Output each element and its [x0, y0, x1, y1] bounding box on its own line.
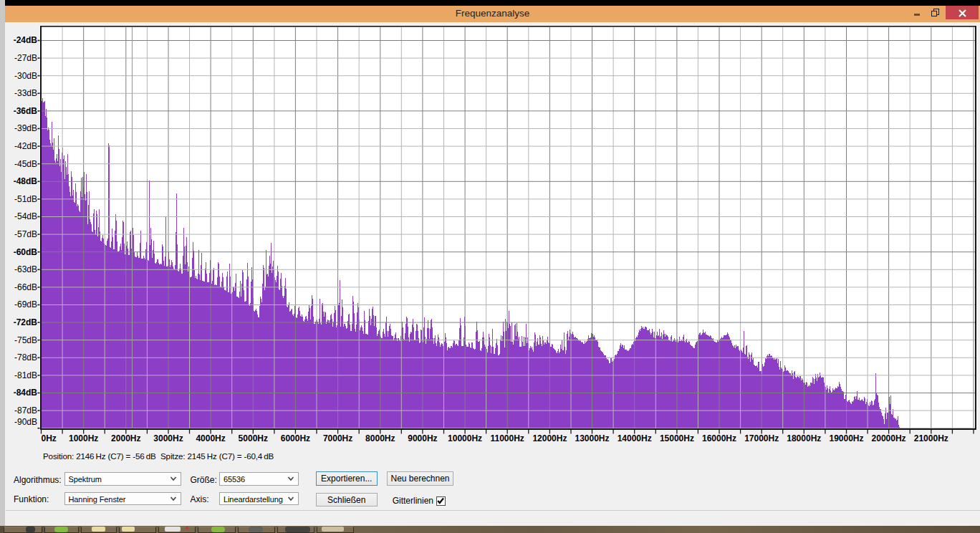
svg-text:0Hz: 0Hz — [42, 433, 57, 443]
svg-text:-48dB: -48dB — [14, 176, 38, 186]
svg-text:10000Hz: 10000Hz — [448, 433, 482, 443]
svg-text:-81dB: -81dB — [14, 370, 37, 380]
svg-text:14000Hz: 14000Hz — [618, 433, 652, 443]
svg-text:2000Hz: 2000Hz — [111, 433, 140, 443]
svg-text:3000Hz: 3000Hz — [153, 433, 183, 443]
svg-text:-57dB: -57dB — [14, 229, 37, 239]
svg-text:19000Hz: 19000Hz — [829, 433, 863, 443]
svg-text:15000Hz: 15000Hz — [660, 433, 694, 443]
svg-text:13000Hz: 13000Hz — [575, 433, 609, 443]
svg-text:-54dB: -54dB — [14, 211, 37, 221]
svg-text:-33dB: -33dB — [14, 88, 37, 98]
svg-text:-45dB: -45dB — [14, 159, 37, 169]
svg-text:-69dB: -69dB — [14, 299, 37, 309]
svg-text:11000Hz: 11000Hz — [491, 433, 524, 443]
svg-text:17000Hz: 17000Hz — [744, 433, 779, 443]
svg-text:-63dB: -63dB — [14, 264, 37, 274]
svg-text:-24dB: -24dB — [14, 35, 38, 45]
svg-text:-78dB: -78dB — [14, 352, 37, 362]
svg-text:16000Hz: 16000Hz — [702, 433, 736, 443]
svg-text:Spitze: 2145 Hz (C7) = -60,4 d: Spitze: 2145 Hz (C7) = -60,4 dB — [160, 451, 274, 461]
svg-text:21000Hz: 21000Hz — [914, 433, 948, 443]
svg-text:4000Hz: 4000Hz — [196, 433, 225, 443]
svg-text:20000Hz: 20000Hz — [872, 433, 906, 443]
svg-text:-66dB: -66dB — [14, 282, 37, 292]
svg-text:9000Hz: 9000Hz — [408, 433, 437, 443]
svg-text:-87dB: -87dB — [14, 405, 37, 416]
svg-text:18000Hz: 18000Hz — [787, 433, 821, 443]
svg-text:-75dB: -75dB — [14, 335, 37, 345]
svg-text:-60dB: -60dB — [14, 247, 38, 257]
svg-text:12000Hz: 12000Hz — [532, 433, 567, 443]
svg-text:6000Hz: 6000Hz — [281, 433, 310, 443]
svg-text:-36dB: -36dB — [14, 106, 38, 116]
svg-text:-90dB: -90dB — [14, 417, 37, 427]
svg-text:-72dB: -72dB — [14, 317, 38, 327]
svg-text:5000Hz: 5000Hz — [239, 433, 268, 443]
svg-text:-42dB: -42dB — [14, 141, 37, 151]
svg-text:-27dB: -27dB — [14, 53, 37, 63]
svg-text:-84dB: -84dB — [14, 388, 38, 398]
svg-text:-30dB: -30dB — [14, 71, 37, 81]
svg-text:-51dB: -51dB — [14, 194, 37, 204]
svg-text:-39dB: -39dB — [14, 123, 37, 133]
svg-text:8000Hz: 8000Hz — [365, 433, 395, 443]
svg-text:1000Hz: 1000Hz — [69, 433, 98, 443]
svg-text:Position: 2146 Hz (C7) = -56 d: Position: 2146 Hz (C7) = -56 dB — [43, 451, 156, 461]
svg-text:7000Hz: 7000Hz — [323, 433, 352, 443]
